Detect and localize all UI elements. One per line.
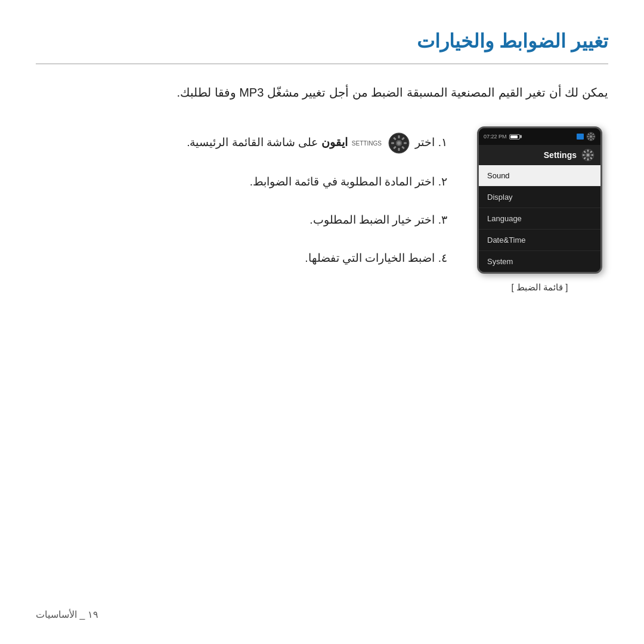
instructions-column: ١. اختر bbox=[36, 126, 447, 269]
menu-item-datetime[interactable]: Date&Time bbox=[479, 230, 600, 251]
svg-rect-26 bbox=[587, 150, 589, 152]
settings-header-gear-icon bbox=[581, 148, 595, 162]
step2-text: ٢. اختر المادة المطلوبة في قائمة الضوابط… bbox=[250, 175, 447, 188]
status-left bbox=[577, 132, 596, 141]
status-bar: 07:22 PM bbox=[479, 128, 600, 145]
svg-rect-29 bbox=[592, 154, 594, 156]
footer-text: ١٩ _ الأساسيات bbox=[36, 609, 98, 620]
step1-text-before: ١. اختر bbox=[412, 136, 447, 148]
battery-fill bbox=[510, 135, 518, 138]
status-gear-icon bbox=[586, 132, 596, 141]
blue-indicator bbox=[577, 134, 584, 140]
menu-item-display[interactable]: Display bbox=[479, 187, 600, 208]
page-container: تغيير الضوابط والخيارات يمكن لك أن تغير … bbox=[0, 0, 644, 644]
svg-rect-2 bbox=[398, 135, 400, 138]
menu-item-system[interactable]: System bbox=[479, 251, 600, 272]
status-right: 07:22 PM bbox=[484, 134, 520, 140]
device-caption: [ قائمة الضبط ] bbox=[512, 282, 568, 293]
svg-point-11 bbox=[397, 141, 401, 145]
step-2: ٢. اختر المادة المطلوبة في قائمة الضوابط… bbox=[36, 172, 447, 192]
page-footer: ١٩ _ الأساسيات bbox=[36, 609, 98, 620]
device-column: 07:22 PM bbox=[471, 126, 608, 293]
svg-rect-15 bbox=[590, 139, 592, 141]
battery-icon bbox=[509, 134, 520, 140]
intro-text: يمكن لك أن تغير القيم المصنعية المسبقة ا… bbox=[36, 82, 608, 103]
svg-rect-4 bbox=[391, 143, 394, 144]
svg-rect-16 bbox=[587, 136, 589, 137]
settings-gear-icon bbox=[388, 132, 410, 154]
device-menu-list: Sound Display Language Date&Time System bbox=[479, 165, 600, 272]
svg-point-23 bbox=[590, 136, 592, 138]
step3-text: ٣. اختر خيار الضبط المطلوب. bbox=[309, 213, 447, 226]
status-time: 07:22 PM bbox=[484, 134, 507, 140]
step4-text: ٤. اضبط الخيارات التي تفضلها. bbox=[305, 252, 447, 264]
step-1: ١. اختر bbox=[36, 132, 447, 154]
svg-rect-14 bbox=[590, 133, 592, 135]
device-frame: 07:22 PM bbox=[477, 126, 602, 274]
title-divider bbox=[36, 63, 608, 64]
svg-rect-17 bbox=[593, 136, 595, 137]
step1-text-after: على شاشة القائمة الرئيسية. bbox=[187, 136, 318, 148]
settings-header: Settings bbox=[479, 145, 600, 165]
menu-item-sound[interactable]: Sound bbox=[479, 165, 600, 187]
svg-rect-28 bbox=[583, 154, 585, 156]
svg-rect-5 bbox=[404, 143, 407, 144]
step1-bold: ايقون bbox=[321, 136, 348, 148]
content-area: ١. اختر bbox=[36, 126, 608, 293]
svg-point-35 bbox=[587, 154, 589, 156]
step-4: ٤. اضبط الخيارات التي تفضلها. bbox=[36, 248, 447, 268]
page-title: تغيير الضوابط والخيارات bbox=[36, 30, 608, 52]
menu-item-language[interactable]: Language bbox=[479, 208, 600, 230]
svg-rect-27 bbox=[587, 159, 589, 161]
settings-label-text: SETTINGS bbox=[352, 140, 382, 147]
settings-header-title: Settings bbox=[544, 150, 577, 160]
step-3: ٣. اختر خيار الضبط المطلوب. bbox=[36, 210, 447, 230]
svg-rect-3 bbox=[398, 148, 400, 151]
